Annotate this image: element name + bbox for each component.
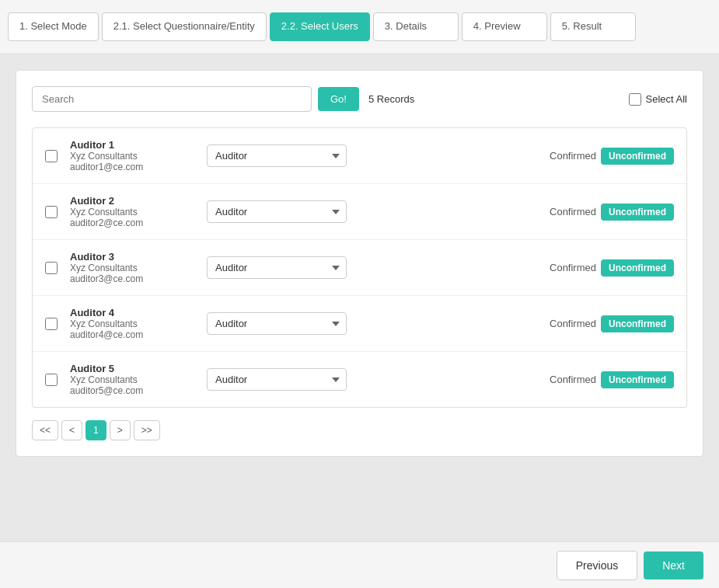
search-input[interactable] [32,86,312,112]
page-prev-button[interactable]: < [61,420,82,440]
user-checkbox-1[interactable] [45,150,58,162]
select-all-label: Select All [646,93,687,105]
select-all-area: Select All [629,93,687,106]
confirmed-label-3: Confirmed [550,262,596,273]
step-6[interactable]: 5. Result [550,12,636,40]
unconfirmed-button-4[interactable]: Unconfirmed [601,315,674,332]
unconfirmed-button-5[interactable]: Unconfirmed [601,371,674,388]
search-bar: Go! 5 Records Select All [32,86,687,112]
wizard-bar: 1. Select Mode 2.1. Select Questionnaire… [0,0,719,54]
user-row: Auditor 1 Xyz Consultants auditor1@ce.co… [33,128,686,184]
user-company-2: Xyz Consultants [70,207,194,217]
next-button[interactable]: Next [644,551,703,579]
user-name-2: Auditor 2 [70,195,194,207]
user-company-3: Xyz Consultants [70,263,194,273]
step-3[interactable]: 2.2. Select Users [270,12,370,40]
status-area-2: Confirmed Unconfirmed [550,204,674,221]
user-info-2: Auditor 2 Xyz Consultants auditor2@ce.co… [70,195,194,228]
panel: Go! 5 Records Select All Auditor 1 Xyz C… [16,70,703,457]
user-row: Auditor 5 Xyz Consultants auditor5@ce.co… [33,352,686,407]
user-name-3: Auditor 3 [70,251,194,263]
user-checkbox-3[interactable] [45,262,58,274]
user-email-4: auditor4@ce.com [70,329,194,340]
main-content: Go! 5 Records Select All Auditor 1 Xyz C… [0,54,719,541]
page-current-button[interactable]: 1 [86,420,106,440]
status-area-1: Confirmed Unconfirmed [550,148,674,165]
step-5-label: 4. Preview [473,20,521,32]
user-row: Auditor 3 Xyz Consultants auditor3@ce.co… [33,240,686,296]
status-area-3: Confirmed Unconfirmed [550,259,674,277]
page-last-button[interactable]: >> [134,420,160,440]
step-4[interactable]: 3. Details [373,12,459,40]
step-2-label: 2.1. Select Questionnaire/Entity [113,20,255,32]
footer: Previous Next [0,541,719,588]
user-checkbox-4[interactable] [45,318,58,330]
step-1-label: 1. Select Mode [19,20,87,32]
status-area-4: Confirmed Unconfirmed [550,315,674,332]
role-select-4[interactable]: AuditorObserverLead Auditor [207,312,347,335]
role-select-3[interactable]: AuditorObserverLead Auditor [207,256,347,279]
confirmed-label-2: Confirmed [550,206,596,217]
role-select-1[interactable]: AuditorObserverLead Auditor [207,144,347,167]
previous-button[interactable]: Previous [557,551,637,580]
page-next-button[interactable]: > [110,420,131,440]
user-info-4: Auditor 4 Xyz Consultants auditor4@ce.co… [70,307,194,340]
page-first-button[interactable]: << [32,420,58,440]
user-checkbox-5[interactable] [45,374,58,386]
unconfirmed-button-3[interactable]: Unconfirmed [601,259,674,277]
user-name-1: Auditor 1 [70,139,194,151]
confirmed-label-1: Confirmed [550,150,596,162]
user-info-1: Auditor 1 Xyz Consultants auditor1@ce.co… [70,139,194,172]
step-5[interactable]: 4. Preview [462,12,547,40]
unconfirmed-button-2[interactable]: Unconfirmed [601,204,674,221]
user-email-1: auditor1@ce.com [70,162,194,172]
user-checkbox-2[interactable] [45,206,58,218]
user-name-5: Auditor 5 [70,363,194,374]
records-count: 5 Records [368,93,414,105]
role-select-5[interactable]: AuditorObserverLead Auditor [207,368,347,391]
user-company-4: Xyz Consultants [70,318,194,329]
user-name-4: Auditor 4 [70,307,194,318]
step-2[interactable]: 2.1. Select Questionnaire/Entity [102,12,267,40]
status-area-5: Confirmed Unconfirmed [550,371,674,388]
user-email-3: auditor3@ce.com [70,273,194,284]
step-6-label: 5. Result [562,20,602,32]
user-info-5: Auditor 5 Xyz Consultants auditor5@ce.co… [70,363,194,396]
go-button[interactable]: Go! [318,87,359,111]
user-list: Auditor 1 Xyz Consultants auditor1@ce.co… [32,127,687,408]
user-email-5: auditor5@ce.com [70,385,194,396]
unconfirmed-button-1[interactable]: Unconfirmed [601,148,674,165]
role-select-2[interactable]: AuditorObserverLead Auditor [207,200,347,223]
user-company-1: Xyz Consultants [70,151,194,162]
user-email-2: auditor2@ce.com [70,217,194,228]
select-all-checkbox[interactable] [629,93,641,106]
user-info-3: Auditor 3 Xyz Consultants auditor3@ce.co… [70,251,194,284]
step-1[interactable]: 1. Select Mode [8,12,99,40]
confirmed-label-5: Confirmed [550,374,596,385]
pagination: << < 1 > >> [32,420,687,440]
user-row: Auditor 2 Xyz Consultants auditor2@ce.co… [33,184,686,240]
user-company-5: Xyz Consultants [70,374,194,385]
user-row: Auditor 4 Xyz Consultants auditor4@ce.co… [33,296,686,352]
step-3-label: 2.2. Select Users [281,20,358,32]
step-4-label: 3. Details [385,20,427,32]
confirmed-label-4: Confirmed [550,318,596,329]
